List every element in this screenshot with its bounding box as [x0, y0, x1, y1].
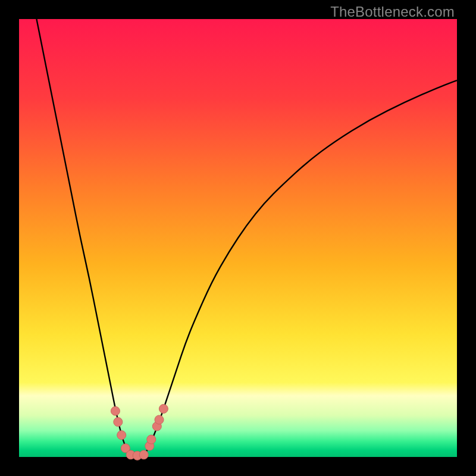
- curve-markers: [111, 405, 168, 461]
- curve-marker: [147, 435, 156, 444]
- chart-svg: [19, 19, 457, 457]
- curve-marker: [155, 415, 164, 424]
- curve-marker: [159, 405, 168, 414]
- watermark-text: TheBottleneck.com: [330, 4, 455, 20]
- curve-marker: [117, 431, 126, 440]
- curve-marker: [111, 406, 120, 415]
- bottleneck-curve: [36, 19, 457, 457]
- curve-marker: [139, 450, 148, 459]
- curve-marker: [114, 418, 123, 427]
